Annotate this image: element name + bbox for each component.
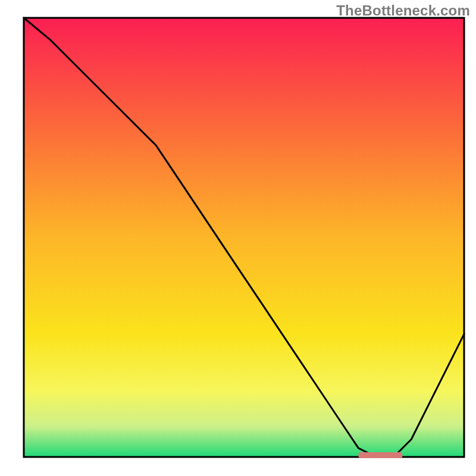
chart-container: TheBottleneck.com bbox=[0, 0, 476, 476]
bottleneck-chart bbox=[0, 0, 476, 476]
plot-background bbox=[24, 18, 464, 457]
watermark-text: TheBottleneck.com bbox=[336, 2, 470, 19]
optimal-marker bbox=[358, 452, 402, 458]
